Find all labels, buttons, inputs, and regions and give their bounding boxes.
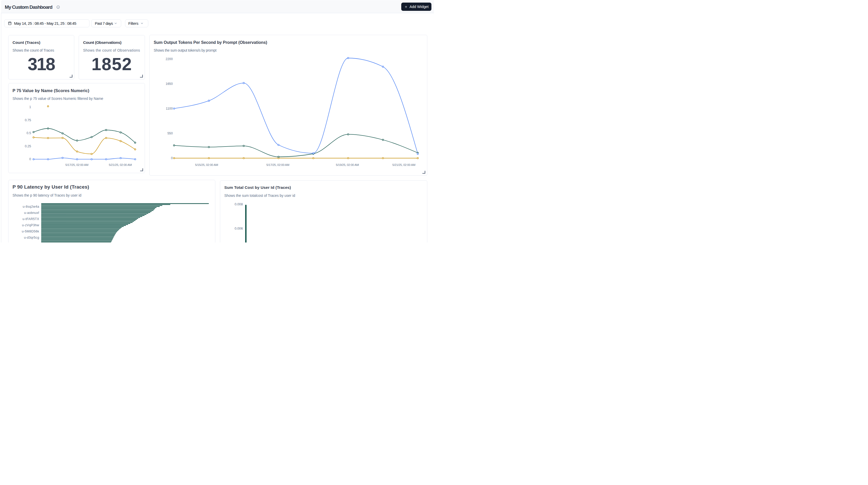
svg-text:0.008: 0.008 (235, 202, 243, 206)
svg-text:u-d3qr5cg: u-d3qr5cg (24, 236, 39, 239)
svg-text:0.006: 0.006 (235, 226, 243, 231)
svg-text:u-5M8D56k: u-5M8D56k (22, 230, 39, 233)
svg-text:u-zVqP3hw: u-zVqP3hw (22, 223, 39, 227)
svg-text:u-aobnuxf: u-aobnuxf (24, 211, 39, 215)
svg-text:u-8sq2w4a: u-8sq2w4a (23, 205, 39, 208)
svg-text:u-tFAR5TX: u-tFAR5TX (23, 217, 39, 221)
svg-text:u-8fVa9T3: u-8fVa9T3 (24, 242, 39, 243)
